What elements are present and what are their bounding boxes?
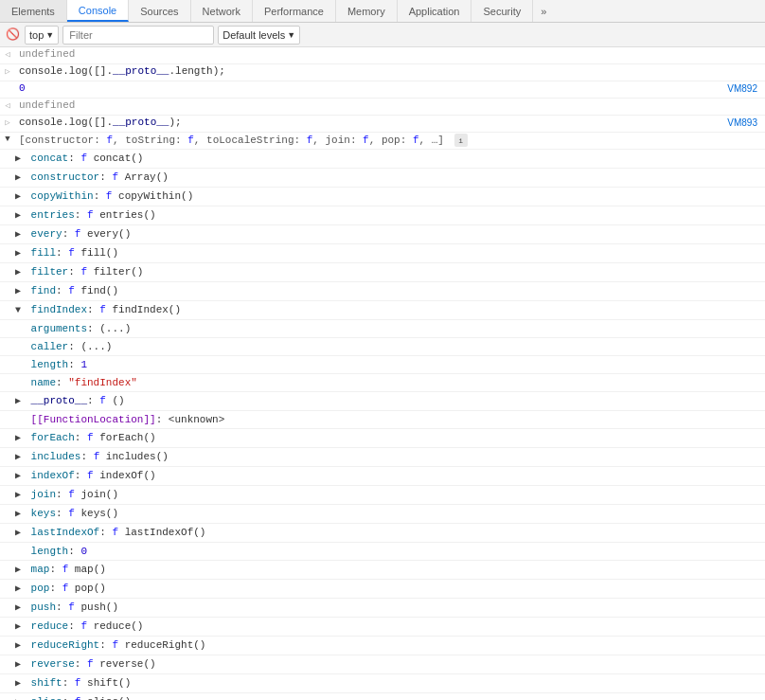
expand-concat[interactable]: ▶ — [15, 152, 25, 167]
tab-elements[interactable]: Elements — [0, 0, 67, 22]
console-entry-log-1: ▷ console.log([].__proto__.length); — [0, 64, 765, 81]
tree-foreach: ▶ forEach: f forEach() — [0, 429, 765, 448]
tree-filter: ▶ filter: f filter() — [0, 263, 765, 282]
undefined-text-2: undefined — [19, 99, 75, 111]
tree-map: ▶ map: f map() — [0, 561, 765, 580]
log-code-1: console.log([].__proto__.length); — [19, 65, 225, 77]
tree-reverse: ▶ reverse: f reverse() — [0, 655, 765, 674]
tree-functionlocation: [[FunctionLocation]]: <unknown> — [0, 411, 765, 429]
expand-fill[interactable]: ▶ — [15, 246, 25, 261]
expand-keys[interactable]: ▶ — [15, 507, 25, 522]
console-entry-array-proto: ▼ [constructor: f, toString: f, toLocale… — [0, 133, 765, 150]
expand-constructor[interactable]: ▶ — [15, 171, 25, 186]
filter-input[interactable] — [62, 26, 214, 45]
array-proto-preview: [constructor: f, toString: f, toLocaleSt… — [19, 135, 444, 146]
expand-lastindexof[interactable]: ▶ — [15, 526, 25, 541]
tree-pop: ▶ pop: f pop() — [0, 580, 765, 599]
context-dropdown-icon: ▼ — [45, 30, 54, 40]
vm892-source[interactable]: VM892 — [720, 81, 765, 96]
tab-network[interactable]: Network — [191, 0, 253, 22]
tree-slice: ▶ slice: f slice() — [0, 693, 765, 700]
expand-join[interactable]: ▶ — [15, 488, 25, 503]
more-tabs-button[interactable]: » — [533, 0, 554, 22]
tree-name: name: "findIndex" — [0, 374, 765, 392]
undefined-text-1: undefined — [19, 48, 75, 60]
expand-push[interactable]: ▶ — [15, 601, 25, 616]
tree-reduce: ▶ reduce: f reduce() — [0, 618, 765, 637]
log-level-selector[interactable]: Default levels ▼ — [218, 26, 300, 45]
expand-map[interactable]: ▶ — [15, 563, 25, 578]
expand-proto-f[interactable]: ▶ — [15, 394, 25, 409]
tree-lastindexof: ▶ lastIndexOf: f lastIndexOf() — [0, 524, 765, 543]
tree-every: ▶ every: f every() — [0, 225, 765, 244]
console-entry-output-0: 0 VM892 — [0, 81, 765, 99]
store-icon[interactable]: i — [454, 134, 468, 147]
console-toolbar: 🚫 top ▼ Default levels ▼ — [0, 23, 765, 47]
tree-constructor: ▶ constructor: f Array() — [0, 169, 765, 188]
expand-every[interactable]: ▶ — [15, 227, 25, 242]
entry-arrow-3: ◁ — [0, 99, 15, 115]
tree-entries: ▶ entries: f entries() — [0, 206, 765, 225]
tab-application[interactable]: Application — [398, 0, 472, 22]
tree-keys: ▶ keys: f keys() — [0, 505, 765, 524]
entry-spacer-1 — [0, 81, 15, 98]
tree-proto-f: ▶ __proto__: f () — [0, 392, 765, 411]
tree-reduceright: ▶ reduceRight: f reduceRight() — [0, 637, 765, 655]
expand-find[interactable]: ▶ — [15, 284, 25, 299]
tree-shift: ▶ shift: f shift() — [0, 674, 765, 693]
tree-find: ▶ find: f find() — [0, 282, 765, 301]
level-dropdown-icon: ▼ — [287, 30, 295, 40]
tree-push: ▶ push: f push() — [0, 599, 765, 618]
expand-findindex[interactable]: ▼ — [15, 303, 25, 318]
tree-arguments: arguments: (...) — [0, 320, 765, 338]
tree-join: ▶ join: f join() — [0, 486, 765, 505]
entry-arrow-2: ▷ — [0, 64, 15, 81]
expand-reduce[interactable]: ▶ — [15, 619, 25, 635]
log-code-2: console.log([].__proto__); — [19, 117, 182, 128]
entry-arrow-1: ◁ — [0, 47, 15, 63]
entry-arrow-4: ▷ — [0, 116, 15, 132]
tree-caller: caller: (...) — [0, 338, 765, 356]
tab-memory[interactable]: Memory — [336, 0, 398, 22]
clear-console-button[interactable]: 🚫 — [4, 27, 21, 44]
expand-filter[interactable]: ▶ — [15, 265, 25, 280]
tab-sources[interactable]: Sources — [129, 0, 190, 22]
expand-foreach[interactable]: ▶ — [15, 431, 25, 446]
tree-copywithin: ▶ copyWithin: f copyWithin() — [0, 188, 765, 206]
console-entry-log-2: ▷ console.log([].__proto__); VM893 — [0, 116, 765, 133]
expand-reduceright[interactable]: ▶ — [15, 638, 25, 654]
console-entry-undefined-2: ◁ undefined — [0, 99, 765, 116]
tree-findindex: ▼ findIndex: f findIndex() — [0, 301, 765, 320]
tree-indexof: ▶ indexOf: f indexOf() — [0, 467, 765, 486]
tree-fill: ▶ fill: f fill() — [0, 244, 765, 263]
expand-shift[interactable]: ▶ — [15, 676, 25, 691]
tab-performance[interactable]: Performance — [253, 0, 336, 22]
tree-length-0: length: 0 — [0, 543, 765, 561]
expand-indexof[interactable]: ▶ — [15, 469, 25, 484]
tree-length: length: 1 — [0, 356, 765, 374]
tab-bar: Elements Console Sources Network Perform… — [0, 0, 765, 23]
expand-icon-main[interactable]: ▼ — [0, 133, 15, 149]
expand-slice[interactable]: ▶ — [15, 695, 25, 700]
tree-concat: ▶ concat: f concat() — [0, 150, 765, 169]
expand-pop[interactable]: ▶ — [15, 582, 25, 597]
expand-reverse[interactable]: ▶ — [15, 657, 25, 673]
context-selector[interactable]: top ▼ — [25, 26, 59, 45]
expand-copywithin[interactable]: ▶ — [15, 189, 25, 205]
tab-security[interactable]: Security — [471, 0, 533, 22]
vm893-source[interactable]: VM893 — [720, 116, 765, 130]
expand-entries[interactable]: ▶ — [15, 208, 25, 224]
console-output: ◁ undefined ▷ console.log([].__proto__.l… — [0, 47, 765, 700]
output-zero: 0 — [19, 82, 26, 94]
expand-includes[interactable]: ▶ — [15, 450, 25, 465]
tree-includes: ▶ includes: f includes() — [0, 448, 765, 467]
tab-console[interactable]: Console — [67, 0, 129, 22]
console-entry-undefined-1: ◁ undefined — [0, 47, 765, 64]
